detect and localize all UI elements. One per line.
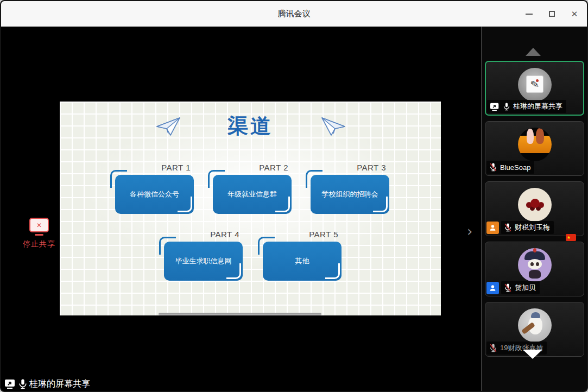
monitor-stand xyxy=(35,234,43,236)
avatar xyxy=(518,128,552,161)
microphone-muted-icon xyxy=(489,343,497,353)
part-box-text: 年级就业信息群 xyxy=(227,189,277,199)
person-badge-blue xyxy=(486,282,499,294)
participants-sidebar: ✎ 桂琳的屏幕共享 xyxy=(481,27,587,391)
microphone-icon xyxy=(503,102,510,111)
participant-tile-bluesoap[interactable]: BlueSoap xyxy=(485,121,584,176)
microphone-muted-icon xyxy=(504,283,512,293)
part-box: 学校组织的招聘会 xyxy=(311,175,389,214)
part-box-text: 学校组织的招聘会 xyxy=(322,189,378,199)
slide-title: 渠道 xyxy=(60,112,441,140)
screen-share-icon xyxy=(490,102,500,111)
stop-share-button[interactable]: ✕ 停止共享 xyxy=(20,218,59,249)
title-bar: 腾讯会议 ✕ xyxy=(1,1,587,27)
china-flag-badge: ★ xyxy=(566,234,576,241)
part-box-text: 其他 xyxy=(295,256,309,266)
scroll-up-button[interactable] xyxy=(526,48,541,56)
part-box-text: 毕业生求职信息网 xyxy=(175,256,232,266)
person-badge-orange xyxy=(486,222,499,234)
window-title: 腾讯会议 xyxy=(1,9,587,19)
avatar: ✎ xyxy=(518,68,552,102)
participant-name: 桂琳的屏幕共享 xyxy=(513,102,562,111)
avatar xyxy=(518,248,552,282)
monitor-x-icon: ✕ xyxy=(29,218,49,232)
person-icon xyxy=(489,284,497,292)
part-box: 毕业生求职信息网 xyxy=(164,242,243,281)
person-icon xyxy=(489,224,497,232)
scroll-down-button[interactable] xyxy=(523,350,542,359)
participant-name: 财税刘玉梅 xyxy=(515,223,550,232)
participant-tile-guilin[interactable]: ✎ 桂琳的屏幕共享 xyxy=(485,61,584,116)
tencent-meeting-window: 腾讯会议 ✕ ✕ 停止共享 渠道 xyxy=(0,0,588,392)
part-box: 其他 xyxy=(263,242,342,281)
participant-name: BlueSoap xyxy=(500,163,530,172)
microphone-muted-icon xyxy=(504,223,512,232)
presentation-stage: ✕ 停止共享 渠道 PART 1 各种微信公 xyxy=(1,27,481,391)
maximize-button[interactable] xyxy=(547,9,557,19)
paper-plane-icon xyxy=(320,116,346,137)
slide-scrollbar[interactable] xyxy=(159,313,321,315)
avatar xyxy=(518,188,552,222)
microphone-muted-icon xyxy=(489,162,497,172)
avatar xyxy=(518,308,552,342)
pen-glyph: ✎ xyxy=(529,78,540,91)
stop-share-label: 停止共享 xyxy=(20,239,59,249)
close-button[interactable]: ✕ xyxy=(570,9,579,19)
share-banner-label: 桂琳的屏幕共享 xyxy=(29,378,90,390)
microphone-icon xyxy=(18,378,28,390)
participant-name: 贺加贝 xyxy=(515,283,536,293)
minimize-button[interactable] xyxy=(524,9,534,19)
share-banner: 桂琳的屏幕共享 xyxy=(3,376,94,391)
sidebar-expand-chevron[interactable]: › xyxy=(467,224,472,238)
part-box: 各种微信公众号 xyxy=(115,175,194,214)
maximize-icon xyxy=(549,11,555,17)
participant-tile-zhangjiajing[interactable]: 19财政张嘉婧 xyxy=(485,302,584,357)
minimize-icon xyxy=(526,14,533,15)
participant-tile-liuyumei[interactable]: ★ 财税刘玉梅 xyxy=(485,181,584,236)
screen-share-icon xyxy=(4,378,16,389)
window-controls: ✕ xyxy=(524,1,579,27)
participant-tile-hejiabei[interactable]: 贺加贝 xyxy=(485,242,584,296)
part-box: 年级就业信息群 xyxy=(213,175,292,214)
shared-slide: 渠道 PART 1 各种微信公众号 PART 2 年级就业信息群 PART 3 … xyxy=(60,102,441,315)
part-box-text: 各种微信公众号 xyxy=(130,189,179,199)
